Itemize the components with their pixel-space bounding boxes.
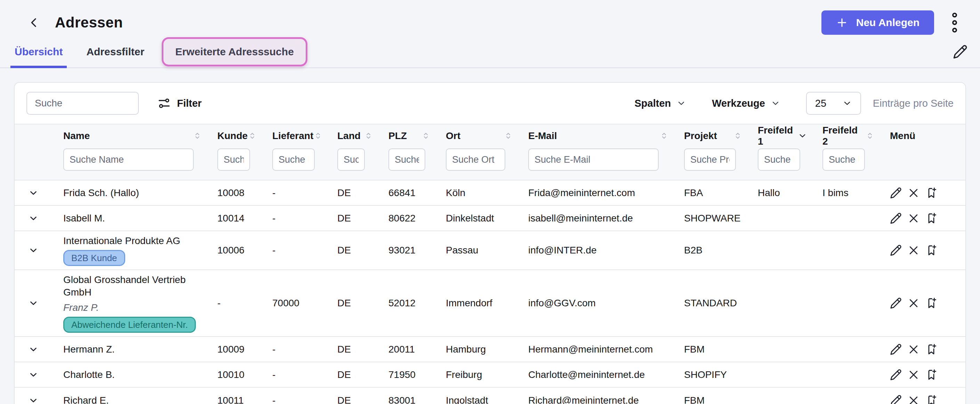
delete-row-button[interactable] (908, 212, 920, 224)
pencil-icon (890, 369, 902, 381)
column-header-lieferant[interactable]: Lieferant (272, 130, 337, 142)
duplicate-row-button[interactable] (925, 394, 937, 404)
column-header-freifeld1[interactable]: Freifeld 1 (758, 125, 822, 147)
column-search-lieferant[interactable] (272, 148, 315, 171)
new-entry-button[interactable]: Neu Anlegen (821, 10, 934, 35)
row-name: Charlotte B. (63, 369, 115, 381)
expand-row-button[interactable] (27, 368, 40, 382)
edit-row-button[interactable] (890, 344, 902, 355)
duplicate-row-button[interactable] (925, 212, 937, 224)
expand-row-button[interactable] (27, 212, 40, 225)
expand-row-button[interactable] (27, 394, 40, 404)
delete-row-button[interactable] (908, 187, 920, 199)
entries-per-page-label: Einträge pro Seite (873, 98, 954, 109)
duplicate-row-button[interactable] (925, 245, 937, 256)
sort-chevrons-icon (421, 131, 431, 140)
x-icon (908, 369, 920, 381)
bookmark-plus-icon (925, 245, 937, 256)
back-button[interactable] (27, 16, 41, 30)
cell-ort: Freiburg (446, 369, 528, 381)
duplicate-row-button[interactable] (925, 297, 937, 309)
duplicate-row-button[interactable] (925, 369, 937, 381)
column-header-email[interactable]: E-Mail (528, 130, 684, 142)
column-search-land[interactable] (337, 148, 365, 171)
column-header-kunde[interactable]: Kunde (217, 130, 272, 142)
tools-dropdown[interactable]: Werkzeuge (712, 98, 780, 109)
cell-ort: Köln (446, 187, 528, 199)
tab-adressfilter[interactable]: Adressfilter (82, 36, 148, 67)
x-icon (908, 344, 920, 355)
column-header-freifeld2[interactable]: Freifeld 2 (822, 125, 890, 147)
edit-row-button[interactable] (890, 212, 902, 224)
column-search-plz[interactable] (388, 148, 425, 171)
column-search-freifeld2[interactable] (822, 148, 865, 171)
x-icon (908, 297, 920, 309)
delete-row-button[interactable] (908, 394, 920, 404)
row-name: Internationale Produkte AG (63, 235, 180, 247)
column-search-ort[interactable] (446, 148, 505, 171)
pencil-icon (890, 297, 902, 309)
edit-button[interactable] (953, 45, 967, 59)
cell-plz: 20011 (388, 343, 446, 356)
column-search-email[interactable] (528, 148, 659, 171)
expand-row-button[interactable] (27, 297, 40, 310)
x-icon (908, 187, 920, 199)
cell-kunde: - (217, 297, 272, 309)
duplicate-row-button[interactable] (925, 187, 937, 199)
tab-uebersicht[interactable]: Übersicht (10, 36, 67, 67)
cell-email: Charlotte@meininternet.de (528, 369, 684, 381)
chevron-down-icon (28, 213, 38, 224)
bookmark-plus-icon (925, 369, 937, 381)
edit-row-button[interactable] (890, 394, 902, 404)
column-header-plz[interactable]: PLZ (388, 130, 446, 142)
cell-plz: 71950 (388, 369, 446, 381)
cell-lieferant: - (272, 187, 337, 199)
edit-row-button[interactable] (890, 369, 902, 381)
expand-row-button[interactable] (27, 186, 40, 200)
delete-row-button[interactable] (908, 369, 920, 381)
column-header-land[interactable]: Land (337, 130, 388, 142)
table-row: Hermann Z. 10009 - DE 20011 Hamburg Herm… (14, 337, 966, 362)
new-entry-button-label: Neu Anlegen (856, 17, 920, 29)
cell-email: Richard@meininternet.de (528, 394, 684, 404)
cell-freifeld1: Hallo (758, 187, 822, 199)
column-header-ort[interactable]: Ort (446, 130, 528, 142)
delete-row-button[interactable] (908, 344, 920, 355)
edit-row-button[interactable] (890, 297, 902, 309)
expand-row-button[interactable] (27, 343, 40, 356)
row-tag-badge: Abweichende Lieferanten-Nr. (63, 317, 196, 333)
delete-row-button[interactable] (908, 297, 920, 309)
filter-button[interactable]: Filter (158, 97, 202, 110)
cell-kunde: 10011 (217, 394, 272, 404)
page-size-value: 25 (815, 98, 826, 109)
cell-ort: Hamburg (446, 343, 528, 356)
search-input[interactable] (26, 92, 139, 115)
cell-ort: Ingolstadt (446, 394, 528, 404)
cell-projekt: FBA (684, 187, 758, 199)
table-row: Isabell M. 10014 - DE 80622 Dinkelstadt … (14, 206, 966, 231)
column-header-projekt[interactable]: Projekt (684, 130, 758, 142)
chevron-down-icon (771, 99, 780, 108)
page-size-select[interactable]: 25 (806, 92, 861, 115)
row-subname: Franz P. (63, 301, 99, 314)
column-search-projekt[interactable] (684, 148, 736, 171)
cell-land: DE (337, 212, 388, 224)
column-search-freifeld1[interactable] (758, 148, 800, 171)
x-icon (908, 245, 920, 256)
expand-row-button[interactable] (27, 244, 40, 257)
duplicate-row-button[interactable] (925, 344, 937, 355)
sort-chevrons-icon (364, 131, 373, 140)
edit-row-button[interactable] (890, 245, 902, 256)
column-search-kunde[interactable] (217, 148, 250, 171)
filter-label: Filter (177, 98, 202, 109)
tools-dropdown-label: Werkzeuge (712, 98, 765, 109)
edit-row-button[interactable] (890, 187, 902, 199)
cell-land: DE (337, 297, 388, 309)
column-search-name[interactable] (63, 148, 194, 171)
column-header-name[interactable]: Name (63, 130, 217, 142)
delete-row-button[interactable] (908, 245, 920, 256)
cell-plz: 93021 (388, 244, 446, 256)
more-options-button[interactable] (950, 12, 960, 33)
tab-erweiterte-adresssuche[interactable]: Erweiterte Adresssuche (162, 37, 307, 67)
columns-dropdown[interactable]: Spalten (635, 98, 686, 109)
